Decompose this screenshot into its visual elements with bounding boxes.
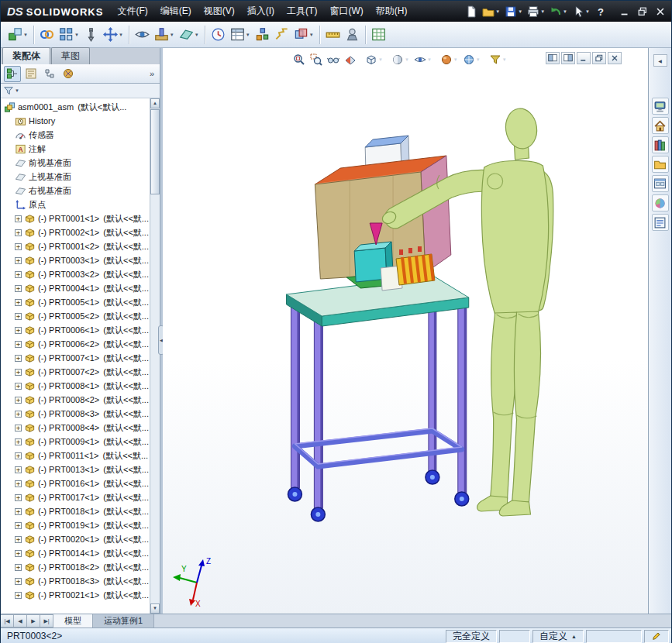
mass-properties-button[interactable] [343, 24, 362, 46]
tree-item[interactable]: +(-) PRT0007<2>(默认<<默... [2, 365, 149, 379]
tree-item[interactable]: +(-) PRT0018<3>(默认<<默... [2, 574, 149, 588]
select-button[interactable]: ▼ [570, 3, 592, 20]
explode-line-sketch-button[interactable] [272, 24, 291, 46]
home-button[interactable] [652, 117, 669, 134]
expand-icon[interactable]: + [15, 229, 22, 236]
expand-icon[interactable]: + [15, 271, 22, 278]
fm-tree-tab[interactable] [4, 66, 21, 82]
zoom-fit-button[interactable] [291, 52, 308, 67]
hide-show-items-button[interactable]: ▼ [412, 52, 434, 67]
tree-item[interactable]: +(-) PRT0021<1>(默认<<默... [2, 588, 149, 602]
expand-icon[interactable]: + [15, 578, 22, 585]
pane-left-button[interactable] [546, 52, 560, 64]
zoom-selection-button[interactable] [325, 52, 342, 67]
expand-icon[interactable]: + [15, 285, 22, 292]
menu-item[interactable]: 插入(I) [241, 2, 281, 21]
exploded-view-button[interactable] [253, 24, 272, 46]
mate-button[interactable] [37, 24, 57, 46]
measure-button[interactable] [323, 24, 343, 46]
expand-icon[interactable]: + [15, 452, 22, 459]
expand-icon[interactable]: + [15, 438, 22, 445]
design-library-button[interactable] [652, 136, 669, 153]
graphics-viewport[interactable]: Y X Z ▼▼▼▼▼▼ [163, 48, 648, 614]
file-explorer-button[interactable] [652, 156, 669, 173]
tree-item[interactable]: +(-) PRT0020<1>(默认<<默... [2, 532, 149, 546]
expand-icon[interactable]: + [15, 466, 22, 473]
resources-button[interactable] [652, 98, 669, 115]
insert-components-button[interactable]: ▼ [5, 24, 30, 46]
fm-tabs-overflow[interactable]: » [147, 69, 157, 78]
tree-item[interactable]: +(-) PRT0003<2>(默认<<默... [2, 267, 149, 281]
appearances-scenes-button[interactable] [652, 194, 669, 211]
tree-item[interactable]: History [2, 114, 149, 128]
tree-item[interactable]: +(-) PRT0006<1>(默认<<默... [2, 323, 149, 337]
expand-icon[interactable]: + [15, 411, 22, 418]
tree-item[interactable]: 传感器 [2, 128, 149, 142]
reference-geometry-button[interactable]: ▼ [177, 24, 202, 46]
tab-model[interactable]: 模型 [53, 614, 93, 628]
menu-item[interactable]: 帮助(H) [370, 2, 414, 21]
bill-of-materials-button[interactable]: ▼ [228, 24, 253, 46]
expand-icon[interactable]: + [15, 327, 22, 334]
tree-item[interactable]: +(-) PRT0008<3>(默认<<默... [2, 407, 149, 421]
tree-item[interactable]: +(-) PRT0016<1>(默认<<默... [2, 476, 149, 490]
tree-item[interactable]: +(-) PRT0001<1>(默认<<默... [2, 211, 149, 225]
expand-icon[interactable]: + [15, 592, 22, 599]
menu-item[interactable]: 视图(V) [198, 2, 241, 21]
tab-scroll-next[interactable]: ▶ [27, 614, 40, 628]
tree-item[interactable]: +(-) PRT0019<1>(默认<<默... [2, 518, 149, 532]
tree-item[interactable]: 前视基准面 [2, 156, 149, 170]
linear-component-pattern-button[interactable]: ▼ [57, 24, 81, 46]
tree-item[interactable]: +(-) PRT0009<1>(默认<<默... [2, 435, 149, 449]
taskpane-collapse-button[interactable]: ◀ [653, 54, 667, 67]
expand-icon[interactable]: + [15, 341, 22, 348]
tree-item[interactable]: +(-) PRT0017<1>(默认<<默... [2, 490, 149, 504]
expand-icon[interactable]: + [15, 550, 22, 557]
restore-button[interactable] [635, 5, 650, 19]
tree-item[interactable]: +(-) PRT0007<1>(默认<<默... [2, 351, 149, 365]
fm-configurations-tab[interactable] [41, 66, 58, 82]
tree-item[interactable]: asm0001_asm(默认<默认... [2, 100, 149, 114]
expand-icon[interactable]: + [15, 369, 22, 376]
tree-item[interactable]: +(-) PRT0014<1>(默认<<默... [2, 546, 149, 560]
assembly-features-button[interactable]: ▼ [152, 24, 177, 46]
status-edit-button[interactable] [644, 630, 669, 643]
tree-item[interactable]: A注解 [2, 142, 149, 156]
tree-item[interactable]: +(-) PRT0013<1>(默认<<默... [2, 462, 149, 476]
new-motion-study-button[interactable] [208, 24, 228, 46]
expand-icon[interactable]: + [15, 564, 22, 571]
tree-item[interactable]: 上视基准面 [2, 170, 149, 184]
fm-dimxpert-tab[interactable] [60, 66, 77, 82]
3d-scene[interactable] [163, 48, 648, 614]
save-button[interactable]: ▼ [502, 3, 525, 20]
section-view-button[interactable] [342, 52, 359, 67]
filter-button[interactable]: ▼ [3, 85, 19, 96]
expand-icon[interactable]: + [15, 383, 22, 390]
tree-item[interactable]: +(-) PRT0005<1>(默认<<默... [2, 295, 149, 309]
expand-icon[interactable]: + [15, 425, 22, 432]
scroll-up-button[interactable]: ▲ [150, 98, 160, 108]
edit-appearance-button[interactable]: ▼ [438, 52, 460, 67]
menu-item[interactable]: 文件(F) [111, 2, 153, 21]
custom-properties-button[interactable] [652, 214, 669, 231]
display-style-button[interactable]: ▼ [389, 52, 412, 67]
tree-item[interactable]: +(-) PRT0001<2>(默认<<默... [2, 239, 149, 253]
smart-fasteners-button[interactable] [81, 24, 101, 46]
tree-item[interactable]: +(-) PRT0006<2>(默认<<默... [2, 337, 149, 351]
expand-icon[interactable]: + [15, 536, 22, 543]
menu-item[interactable]: 编辑(E) [154, 2, 198, 21]
expand-icon[interactable]: + [15, 313, 22, 320]
status-units-dropdown[interactable]: 自定义▲ [532, 630, 584, 643]
expand-icon[interactable]: + [15, 508, 22, 515]
doc-close-button[interactable] [608, 52, 622, 64]
tree-item[interactable]: 右视基准面 [2, 184, 149, 198]
tree-item[interactable]: +(-) PRT0018<1>(默认<<默... [2, 504, 149, 518]
scroll-down-button[interactable]: ▼ [150, 603, 160, 614]
move-component-button[interactable]: ▼ [101, 24, 126, 46]
zoom-area-button[interactable] [308, 52, 325, 67]
tab-scroll-last[interactable]: ▶| [40, 614, 53, 628]
tab-scroll-first[interactable]: |◀ [1, 614, 14, 628]
expand-icon[interactable]: + [15, 243, 22, 250]
spreadsheet-button[interactable] [369, 24, 388, 46]
tree-item[interactable]: 原点 [2, 198, 149, 211]
